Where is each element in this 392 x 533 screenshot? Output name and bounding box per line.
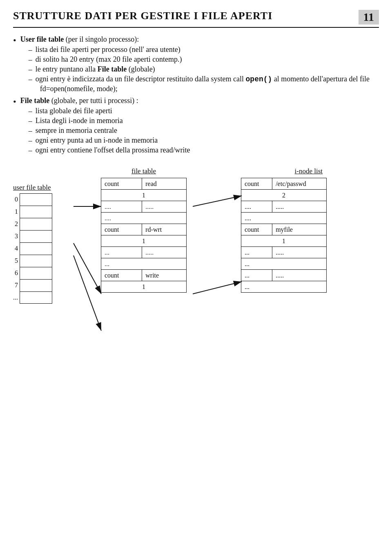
uft-numbers: 0 1 2 3 4 5 6 7 ... — [13, 193, 18, 304]
ft-cell: 1 — [101, 281, 187, 293]
uft-num-4: 4 — [13, 242, 18, 255]
bullet-1-label: User file table — [20, 35, 64, 43]
inode-row-dots-1: .... ..... — [241, 201, 327, 213]
ft-cell: .... — [101, 213, 187, 224]
list-item: –ogni entry punta ad un i-node in memori… — [29, 136, 379, 145]
inode-cell: ... — [241, 247, 272, 258]
dash-icon: – — [29, 46, 32, 54]
uft-cells — [20, 193, 52, 304]
ft-cell: 1 — [101, 190, 187, 201]
ft-cell: count — [101, 224, 142, 235]
bullet-dot-1: • — [13, 35, 16, 46]
uft-cell-1 — [20, 206, 52, 218]
inode-row-value-2: 1 — [241, 235, 327, 247]
inode-label: i-node list — [295, 167, 323, 175]
list-item: –di solito ha 20 entry (max 20 file aper… — [29, 55, 379, 64]
uft-num-6: 6 — [13, 267, 18, 279]
ft-row-dots-2: .... — [101, 213, 187, 224]
dash-icon: – — [29, 75, 32, 84]
ft-cell: rd-wrt — [142, 224, 187, 235]
ft-row-dots-4: ... — [101, 258, 187, 270]
ft-cell: ... — [101, 247, 142, 258]
list-item-text: le entry puntano alla File table (global… — [36, 65, 155, 74]
list-item: –sempre in memoria centrale — [29, 126, 379, 135]
uft-num-2: 2 — [13, 218, 18, 230]
bullet-1-sublist: –lista dei file aperti per processo (nel… — [29, 45, 379, 93]
arrow-uft-to-ft-2 — [74, 243, 101, 294]
page-number: 11 — [359, 10, 379, 25]
inode-cell: ..... — [272, 201, 327, 213]
ft-row-value-3: 1 — [101, 281, 187, 293]
inode-table: count /etc/passwd 2 .... ..... .... coun… — [241, 178, 327, 293]
inode-cell: .... — [241, 201, 272, 213]
inode-row-dots-3: ... ..... — [241, 247, 327, 258]
uft-cell-0 — [20, 193, 52, 206]
bullet-2-label: File table — [20, 96, 49, 105]
page-header: STRUTTURE DATI PER GESTIRE I FILE APERTI… — [13, 10, 379, 28]
list-item-text: ogni entry punta ad un i-node in memoria — [36, 136, 158, 145]
ft-cell: write — [142, 270, 187, 281]
bullet-1: • User file table (per il singolo proces… — [13, 35, 379, 94]
uft-num-5: 5 — [13, 255, 18, 267]
ft-cell: ..... — [142, 247, 187, 258]
ft-cell: .... — [101, 201, 142, 213]
arrow-ft-to-inode-1 — [193, 196, 242, 206]
dash-icon: – — [29, 146, 32, 155]
arrow-uft-to-ft-3 — [74, 255, 101, 331]
inode-cell: ..... — [272, 270, 327, 281]
uft-cell-5 — [20, 255, 52, 267]
bullet-1-text: User file table (per il singolo processo… — [20, 35, 379, 94]
ft-cell: 1 — [101, 235, 187, 247]
file-table: count read 1 .... ..... .... count rd-wr… — [101, 178, 187, 293]
inode-row-dots-4: ... — [241, 258, 327, 270]
uft-cell-6 — [20, 267, 52, 279]
ft-cell: count — [101, 178, 142, 190]
page-title: STRUTTURE DATI PER GESTIRE I FILE APERTI — [13, 10, 272, 22]
bullet-2-sublist: –lista globale dei file aperti –Lista de… — [29, 107, 379, 155]
inode-cell: 1 — [241, 235, 327, 247]
bullet-2: • File table (globale, per tutti i proce… — [13, 96, 379, 156]
inode-cell: .... — [241, 213, 327, 224]
inode-row-dots-2: .... — [241, 213, 327, 224]
inode-cell: count — [241, 224, 272, 235]
list-item-text: di solito ha 20 entry (max 20 file apert… — [36, 55, 182, 64]
ft-row-header-2: count rd-wrt — [101, 224, 187, 235]
inode-row-value-1: 2 — [241, 190, 327, 201]
inode-row-header-1: count /etc/passwd — [241, 178, 327, 190]
uft-num-7: 7 — [13, 279, 18, 291]
uft-num-3: 3 — [13, 230, 18, 242]
inode-cell: 2 — [241, 190, 327, 201]
diagram-arrows — [13, 167, 392, 363]
inode-cell: ... — [241, 258, 327, 270]
uft-cell-4 — [20, 242, 52, 255]
ft-row-dots-3: ... ..... — [101, 247, 187, 258]
ft-row-header-1: count read — [101, 178, 187, 190]
inode-cell: /etc/passwd — [272, 178, 327, 190]
ft-row-header-3: count write — [101, 270, 187, 281]
uft-rows: 0 1 2 3 4 5 6 7 ... — [13, 193, 52, 304]
user-file-table: user file table 0 1 2 3 4 5 6 7 ... — [13, 184, 52, 304]
uft-cell-2 — [20, 218, 52, 230]
uft-label: user file table — [13, 184, 52, 192]
list-item: –lista globale dei file aperti — [29, 107, 379, 116]
arrow-ft-to-inode-2 — [193, 282, 242, 294]
bullet-2-text: File table (globale, per tutti i process… — [20, 96, 379, 156]
inode-row-header-2: count myfile — [241, 224, 327, 235]
bullet-dot-2: • — [13, 96, 16, 107]
dash-icon: – — [29, 65, 32, 74]
list-item: –lista dei file aperti per processo (nel… — [29, 45, 379, 54]
list-item: –Lista degli i-node in memoria — [29, 116, 379, 125]
file-table-section: file table count read 1 .... ..... .... … — [101, 167, 187, 293]
diagram-area: user file table 0 1 2 3 4 5 6 7 ... — [13, 167, 379, 363]
list-item-text: fd=open(nomefile, mode); — [40, 85, 118, 93]
uft-cell-dots — [20, 291, 52, 304]
inode-cell: count — [241, 178, 272, 190]
bullet-2-label-suffix: (globale, per tutti i processi) : — [49, 96, 138, 105]
ft-cell: ..... — [142, 201, 187, 213]
bullet-1-label-suffix: (per il singolo processo): — [64, 35, 139, 43]
list-item-text: ogni entry contiene l'offset della pross… — [36, 146, 190, 155]
uft-cell-7 — [20, 279, 52, 291]
inode-section: i-node list count /etc/passwd 2 .... ...… — [241, 167, 327, 293]
list-item-text: sempre in memoria centrale — [36, 126, 117, 135]
dash-icon: – — [29, 56, 32, 64]
